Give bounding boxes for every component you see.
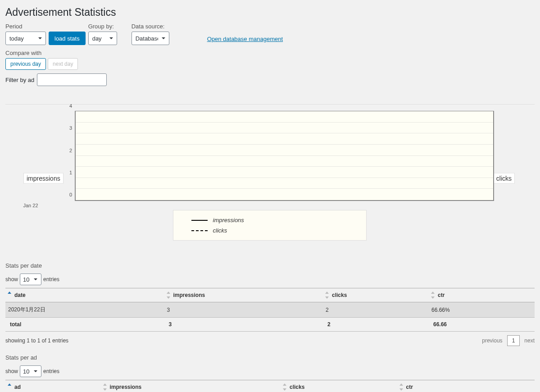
pager-previous[interactable]: previous (482, 337, 502, 344)
datasource-label: Data source: (132, 23, 169, 30)
stats-per-ad-title: Stats per ad (5, 354, 535, 361)
period-select[interactable]: today (5, 32, 46, 45)
chart: impressions clicks 0 1 2 3 4 Jan 22 impr… (5, 104, 535, 254)
plot-area: 0 1 2 3 4 (75, 111, 494, 201)
compare-label: Compare with (5, 50, 41, 56)
col-impressions[interactable]: impressions (101, 380, 281, 392)
ytick: 1 (69, 170, 72, 175)
sort-icon (281, 383, 288, 391)
stats-per-date-table: date impressions clicks ctr 2020年1月22日 3… (5, 288, 535, 332)
pager-next[interactable]: next (524, 337, 535, 344)
col-impressions[interactable]: impressions (164, 288, 323, 302)
period-label: Period (5, 23, 46, 30)
ytick: 4 (69, 103, 72, 109)
table-row: 2020年1月22日 3 2 66.66% (5, 302, 535, 318)
filter-label: Filter by ad (5, 77, 34, 83)
sort-icon (430, 292, 436, 299)
left-axis-label: impressions (23, 173, 64, 184)
sort-asc-icon (6, 292, 13, 299)
next-day-button: next day (48, 58, 78, 70)
col-clicks[interactable]: clicks (323, 288, 429, 302)
sort-icon (398, 383, 404, 391)
sort-icon (324, 292, 330, 299)
table-total-row: total 3 2 66.66 (5, 318, 535, 332)
sort-asc-icon (6, 383, 13, 391)
sort-icon (102, 383, 108, 391)
legend-label: clicks (213, 227, 227, 234)
right-axis-label: clicks (493, 173, 515, 184)
previous-day-button[interactable]: previous day (5, 58, 46, 70)
datasource-select[interactable]: Database (132, 32, 169, 45)
groupby-select[interactable]: day (88, 32, 117, 45)
controls-row: Period today load stats Group by: day Da… (5, 23, 535, 45)
legend-label: impressions (213, 217, 244, 223)
load-stats-button[interactable]: load stats (49, 32, 86, 45)
stats-per-date-title: Stats per date (5, 262, 535, 269)
legend-line-dashed-icon (191, 230, 208, 231)
show-label: show (5, 276, 18, 283)
groupby-label: Group by: (88, 23, 117, 30)
page-title: Advertisement Statistics (5, 6, 535, 18)
filter-input[interactable] (37, 73, 107, 86)
page-size-select[interactable]: 10 (20, 273, 41, 285)
ytick: 3 (69, 125, 72, 131)
ytick: 0 (69, 192, 72, 197)
col-ctr[interactable]: ctr (397, 380, 535, 392)
ytick: 2 (69, 148, 72, 153)
pager-current[interactable]: 1 (507, 335, 520, 346)
page-size-select[interactable]: 10 (20, 365, 41, 377)
col-clicks[interactable]: clicks (281, 380, 397, 392)
chart-legend: impressions clicks (173, 210, 367, 241)
sort-icon (165, 292, 172, 299)
entries-label: entries (43, 276, 59, 283)
col-date[interactable]: date (5, 288, 164, 302)
xtick: Jan 22 (23, 203, 38, 208)
show-label: show (5, 368, 18, 374)
table-info: showing 1 to 1 of 1 entries (5, 337, 68, 344)
entries-label: entries (43, 368, 59, 374)
col-ad[interactable]: ad (5, 380, 101, 392)
col-ctr[interactable]: ctr (429, 288, 535, 302)
stats-per-ad-table: ad impressions clicks ctr 0 0 0% (5, 380, 535, 392)
open-db-link[interactable]: Open database management (207, 36, 283, 42)
legend-line-solid-icon (191, 220, 208, 221)
